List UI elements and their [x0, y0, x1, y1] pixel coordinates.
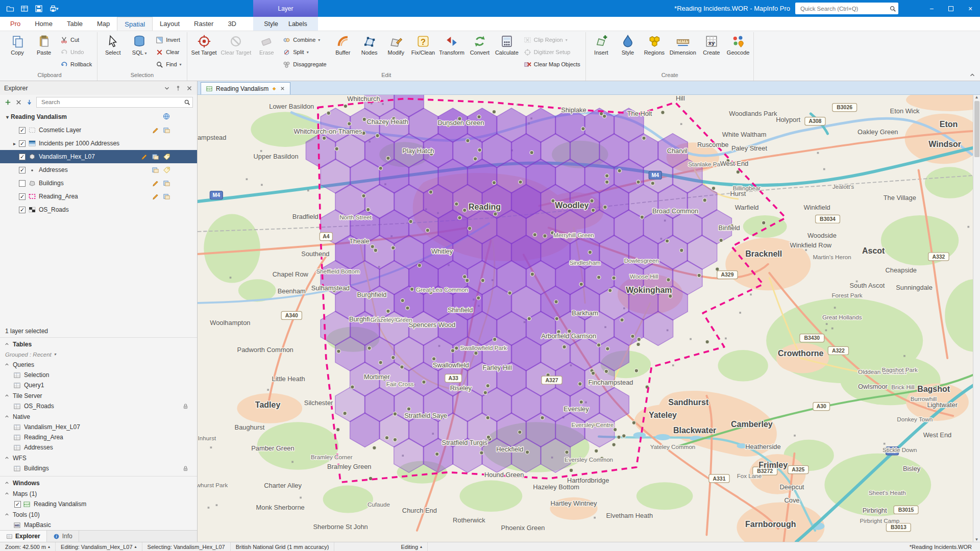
- transform-button[interactable]: Transform: [437, 32, 466, 72]
- close-icon[interactable]: [186, 85, 193, 92]
- table-group-tile-server[interactable]: Tile Server: [0, 390, 197, 401]
- expander-icon[interactable]: ▾: [4, 114, 11, 120]
- style-button[interactable]: Style: [615, 32, 641, 72]
- table-item-query1[interactable]: Query1: [0, 380, 197, 390]
- map-vertical-scrollbar[interactable]: ▲ ▼: [973, 95, 980, 542]
- chevron-down-icon[interactable]: [163, 85, 170, 92]
- quick-search-input[interactable]: [799, 5, 889, 12]
- calculate-button[interactable]: Calculate: [494, 32, 520, 72]
- regions-button[interactable]: Regions: [642, 32, 667, 72]
- table-item-buildings[interactable]: Buildings: [0, 463, 197, 473]
- tables-section-header[interactable]: Tables: [0, 339, 197, 349]
- layer-visibility-checkbox[interactable]: [19, 180, 26, 187]
- ribbon-tab-3d[interactable]: 3D: [220, 17, 243, 31]
- layer-visibility-checkbox[interactable]: ✓: [19, 127, 26, 134]
- ribbon-tab-pro[interactable]: Pro: [3, 17, 28, 31]
- context-tab-style[interactable]: Style: [260, 17, 282, 31]
- status-british-national-grid-1-mm-accuracy[interactable]: British National Grid (1 mm accuracy): [231, 542, 335, 551]
- ribbon-tab-table[interactable]: Table: [60, 17, 90, 31]
- layerstyle-icon[interactable]: [163, 180, 170, 187]
- find-button[interactable]: Find▾: [153, 58, 184, 70]
- table-item-os-roads[interactable]: OS_Roads: [0, 401, 197, 411]
- scrollbar-thumb[interactable]: [974, 101, 979, 157]
- ribbon-tab-map[interactable]: Map: [90, 17, 117, 31]
- layer-row-incidents-per-1000-addresses[interactable]: ▸✓Incidents per 1000 Addresses: [0, 137, 197, 150]
- layer-row-reading-vandalism[interactable]: ▾Reading Vandalism: [0, 110, 197, 123]
- layer-row-os-roads[interactable]: ✓OS_Roads: [0, 203, 197, 216]
- layer-row-reading-area[interactable]: ✓Reading_Area: [0, 190, 197, 203]
- scroll-down-icon[interactable]: ▼: [975, 537, 979, 542]
- table-group-wfs[interactable]: WFS: [0, 453, 197, 463]
- window-item-reading-vandalism[interactable]: ✓Reading Vandalism: [0, 499, 197, 509]
- fix-clean-button[interactable]: ?Fix/Clean: [410, 32, 436, 72]
- modify-button[interactable]: Modify: [383, 32, 409, 72]
- geocode-button[interactable]: Geocode: [725, 32, 751, 72]
- pencil-icon[interactable]: [140, 153, 148, 161]
- rollback-button[interactable]: Rollback: [58, 58, 94, 70]
- explorer-search-input[interactable]: [40, 98, 184, 106]
- pin-icon[interactable]: [175, 85, 182, 92]
- map-canvas[interactable]: M4M4M3A4A33A327A340A331A30A325A322A332A3…: [198, 95, 980, 542]
- scroll-up-icon[interactable]: ▲: [975, 95, 979, 99]
- move-down-icon[interactable]: [26, 98, 33, 106]
- map-document-tab[interactable]: Reading Vandalism: [201, 82, 290, 94]
- table-item-selection[interactable]: Selection: [0, 370, 197, 380]
- dimension-button[interactable]: Dimension: [668, 32, 698, 72]
- globe-icon[interactable]: [162, 112, 170, 120]
- layerstyle-icon[interactable]: [152, 166, 159, 174]
- ribbon-tab-spatial[interactable]: Spatial: [117, 17, 153, 31]
- grouped-recent-selector[interactable]: Grouped : Recent▾: [0, 349, 197, 359]
- status-editing[interactable]: Editing▴: [396, 542, 428, 551]
- labeltag-icon[interactable]: [163, 166, 170, 174]
- windows-section-header[interactable]: Windows: [0, 478, 197, 488]
- table-item-addresses[interactable]: Addresses: [0, 442, 197, 453]
- open-table-icon[interactable]: [20, 5, 29, 13]
- ribbon-tab-raster[interactable]: Raster: [187, 17, 220, 31]
- layer-row-vandalism-hex-l07[interactable]: ✓Vandalism_Hex_L07: [0, 150, 197, 163]
- add-icon[interactable]: [4, 98, 12, 106]
- paste-button[interactable]: Paste: [31, 32, 57, 72]
- panel-tab-explorer[interactable]: Explorer: [0, 531, 47, 542]
- close-button[interactable]: ×: [961, 0, 980, 17]
- pencil-icon[interactable]: [152, 193, 159, 201]
- expander-icon[interactable]: ▸: [11, 141, 18, 146]
- cut-button[interactable]: Cut: [58, 34, 94, 46]
- ribbon-tab-home[interactable]: Home: [28, 17, 60, 31]
- layerstyle-icon[interactable]: [163, 127, 170, 134]
- maximize-button[interactable]: [941, 0, 961, 17]
- buffer-button[interactable]: Buffer: [330, 32, 356, 72]
- labeltag-icon[interactable]: [163, 153, 170, 161]
- status-selecting[interactable]: Selecting: Vandalism_Hex_L07: [142, 542, 231, 551]
- clear-button[interactable]: Clear: [153, 46, 184, 58]
- layer-row-buildings[interactable]: Buildings: [0, 177, 197, 190]
- digitizer-setup-button[interactable]: Digitizer Setup: [521, 46, 583, 58]
- pencil-icon[interactable]: [152, 180, 159, 187]
- window-checkbox[interactable]: ✓: [14, 501, 21, 508]
- insert-button[interactable]: Insert: [589, 32, 614, 72]
- clear-map-objects-button[interactable]: Clear Map Objects: [521, 58, 583, 70]
- collapse-ribbon-icon[interactable]: [969, 71, 976, 79]
- split-button[interactable]: Split▾: [280, 46, 329, 58]
- open-workspace-icon[interactable]: [6, 5, 14, 13]
- window-item-mapbasic[interactable]: MBMapBasic: [0, 520, 197, 530]
- close-icon[interactable]: [280, 86, 285, 91]
- erase-button[interactable]: Erase: [254, 32, 279, 72]
- remove-icon[interactable]: [15, 98, 22, 106]
- window-group-maps-1[interactable]: Maps (1): [0, 488, 197, 499]
- layer-visibility-checkbox[interactable]: ✓: [19, 140, 26, 147]
- layer-row-cosmetic-layer[interactable]: ✓Cosmetic Layer: [0, 123, 197, 137]
- status-zoom[interactable]: Zoom: 42.500 m▴: [0, 542, 56, 551]
- invert-button[interactable]: Invert: [153, 34, 184, 46]
- panel-tab-info[interactable]: iInfo: [47, 531, 79, 542]
- clip-region-button[interactable]: Clip Region▾: [521, 34, 583, 46]
- table-group-queries[interactable]: Queries: [0, 359, 197, 370]
- layer-visibility-checkbox[interactable]: ✓: [19, 167, 26, 173]
- sql-button[interactable]: SQL ▾: [127, 32, 152, 72]
- explorer-search-box[interactable]: [36, 97, 193, 108]
- layerstyle-icon[interactable]: [152, 153, 159, 161]
- table-item-vandalism-hex-l07[interactable]: Vandalism_Hex_L07: [0, 422, 197, 432]
- layer-visibility-checkbox[interactable]: ✓: [19, 193, 26, 200]
- quick-access-dropdown-icon[interactable]: ▾: [56, 6, 59, 11]
- minimize-button[interactable]: −: [922, 0, 941, 17]
- nodes-button[interactable]: Nodes: [357, 32, 382, 72]
